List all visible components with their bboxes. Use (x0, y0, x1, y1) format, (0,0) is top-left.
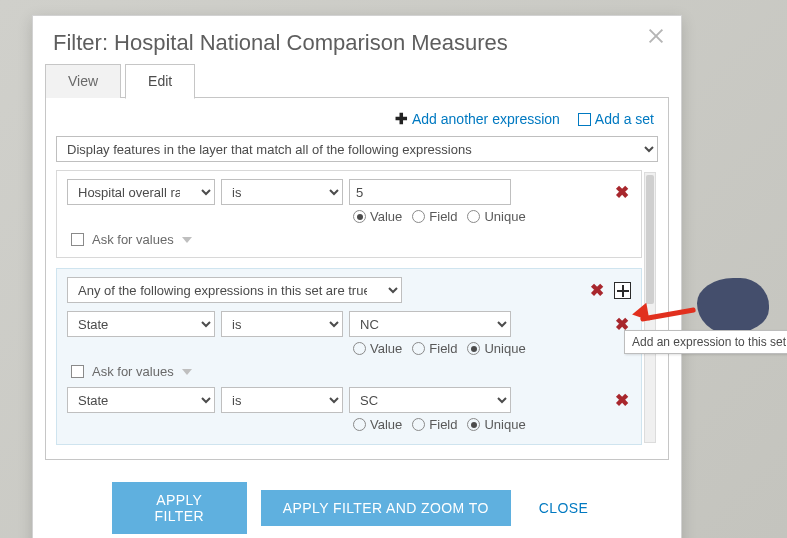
apply-filter-button[interactable]: APPLY FILTER (112, 482, 247, 534)
match-rule-select[interactable]: Display features in the layer that match… (56, 136, 658, 162)
set1-row2: State is SC ✖ (67, 387, 631, 413)
expressions-scroll-area: Hospital overall rating is ✖ Value Field… (56, 170, 658, 445)
filter-dialog: Filter: Hospital National Comparison Mea… (32, 15, 682, 538)
expr1-field-select[interactable]: Hospital overall rating (67, 179, 215, 205)
dialog-title: Filter: Hospital National Comparison Mea… (53, 30, 661, 56)
set1-row2-radio-field[interactable]: Field (412, 417, 457, 432)
panel-top-links: ✚ Add another expression Add a set (56, 108, 658, 136)
radio-icon (467, 342, 480, 355)
tab-bar: View Edit (33, 64, 681, 98)
set1-delete-icon[interactable]: ✖ (588, 280, 606, 301)
expression-block-1: Hospital overall rating is ✖ Value Field… (56, 170, 642, 258)
set1-row2-radio-value[interactable]: Value (353, 417, 402, 432)
set1-row2-radio-unique[interactable]: Unique (467, 417, 525, 432)
box-icon (578, 113, 591, 126)
radio-icon (353, 418, 366, 431)
radio-icon (353, 210, 366, 223)
set1-ask-row: Ask for values (67, 360, 631, 381)
set1-row1-radio-field[interactable]: Field (412, 341, 457, 356)
set1-header: Any of the following expressions in this… (67, 277, 631, 303)
set1-ask-label: Ask for values (92, 364, 174, 379)
add-expression-tooltip: Add an expression to this set (624, 330, 787, 354)
chevron-down-icon[interactable] (182, 237, 192, 243)
dialog-header: Filter: Hospital National Comparison Mea… (33, 16, 681, 64)
radio-icon (353, 342, 366, 355)
set1-row2-operator-select[interactable]: is (221, 387, 343, 413)
set1-row1-radio-value[interactable]: Value (353, 341, 402, 356)
scrollbar[interactable] (644, 172, 656, 443)
add-set-label: Add a set (595, 111, 654, 127)
radio-icon (467, 210, 480, 223)
expr1-radio-field[interactable]: Field (412, 209, 457, 224)
apply-filter-zoom-button[interactable]: APPLY FILTER AND ZOOM TO (261, 490, 511, 526)
expr1-delete-icon[interactable]: ✖ (613, 182, 631, 203)
set1-row2-value-type-row: Value Field Unique (67, 417, 631, 432)
add-expression-label: Add another expression (412, 111, 560, 127)
set1-row1-value-select[interactable]: NC (349, 311, 511, 337)
expr1-operator-select[interactable]: is (221, 179, 343, 205)
expr1-ask-checkbox[interactable] (71, 233, 84, 246)
scrollbar-thumb[interactable] (646, 175, 654, 304)
expr1-value-input[interactable] (349, 179, 511, 205)
add-expression-link[interactable]: ✚ Add another expression (395, 110, 560, 128)
edit-panel: ✚ Add another expression Add a set Displ… (45, 98, 669, 460)
close-icon[interactable] (645, 26, 667, 48)
set1-row2-delete-icon[interactable]: ✖ (613, 390, 631, 411)
set1-row1-value-type-row: Value Field Unique (67, 341, 631, 356)
set1-row2-field-select[interactable]: State (67, 387, 215, 413)
set1-row1-field-select[interactable]: State (67, 311, 215, 337)
expression-set-1: Any of the following expressions in this… (56, 268, 642, 445)
expr1-value-type-row: Value Field Unique (67, 209, 631, 224)
expr1-ask-row: Ask for values (67, 228, 631, 249)
radio-icon (412, 210, 425, 223)
set1-row1-radio-unique[interactable]: Unique (467, 341, 525, 356)
expr1-radio-unique[interactable]: Unique (467, 209, 525, 224)
tab-view[interactable]: View (45, 64, 121, 98)
radio-icon (412, 418, 425, 431)
radio-icon (467, 418, 480, 431)
map-region-shape (697, 278, 769, 334)
dialog-footer: APPLY FILTER APPLY FILTER AND ZOOM TO CL… (33, 472, 681, 538)
chevron-down-icon[interactable] (182, 369, 192, 375)
match-rule-row: Display features in the layer that match… (56, 136, 658, 162)
set1-add-expression-icon[interactable] (614, 282, 631, 299)
set1-ask-checkbox[interactable] (71, 365, 84, 378)
set1-row1-operator-select[interactable]: is (221, 311, 343, 337)
add-set-link[interactable]: Add a set (578, 111, 654, 127)
plus-icon: ✚ (395, 110, 408, 128)
expr1-ask-label: Ask for values (92, 232, 174, 247)
tab-edit[interactable]: Edit (125, 64, 195, 99)
set1-rule-select[interactable]: Any of the following expressions in this… (67, 277, 402, 303)
close-button[interactable]: CLOSE (525, 490, 602, 526)
radio-icon (412, 342, 425, 355)
set1-row2-value-select[interactable]: SC (349, 387, 511, 413)
expr1-radio-value[interactable]: Value (353, 209, 402, 224)
set1-row1: State is NC ✖ (67, 311, 631, 337)
